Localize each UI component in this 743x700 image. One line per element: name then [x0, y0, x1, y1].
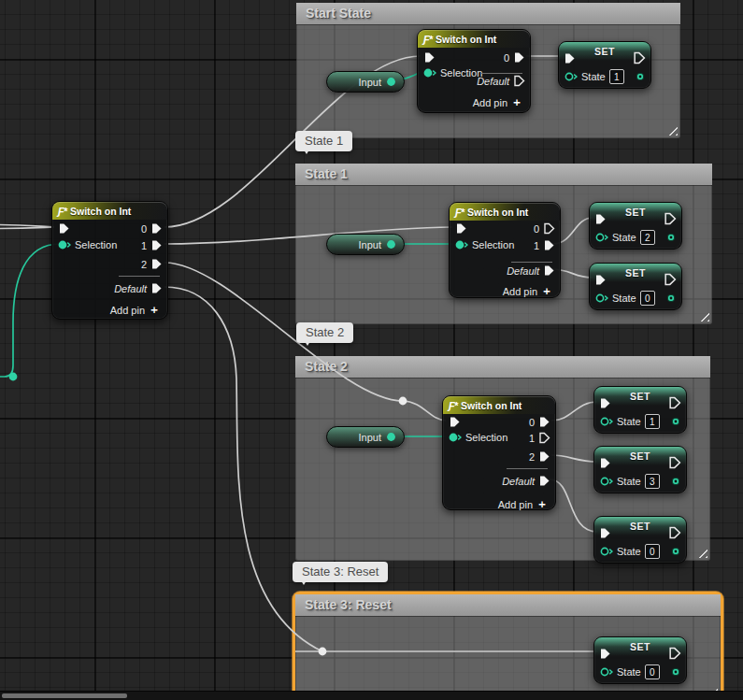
horizontal-scrollbar-track[interactable]: [0, 691, 743, 700]
scroll-layer: [0, 0, 743, 700]
blueprint-graph-canvas[interactable]: Start StateState 1State 2State 3: Reset …: [0, 0, 743, 700]
horizontal-scrollbar-thumb[interactable]: [2, 693, 127, 698]
